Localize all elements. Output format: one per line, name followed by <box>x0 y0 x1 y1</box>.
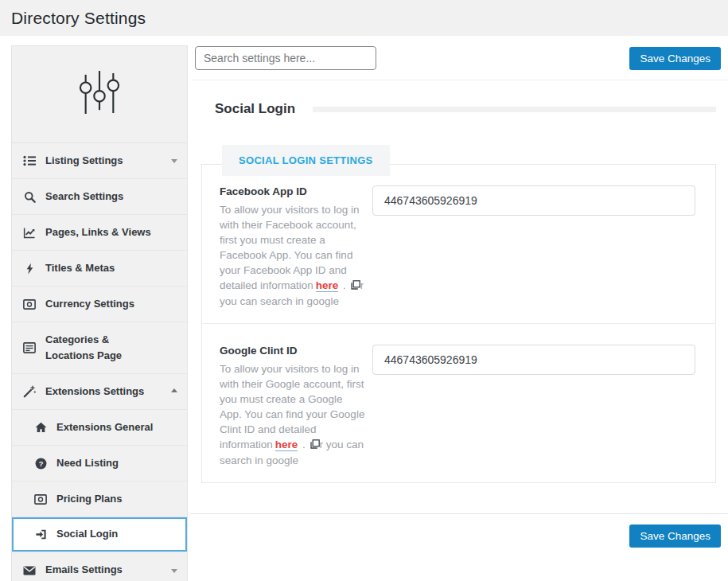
facebook-app-id-input[interactable] <box>372 185 695 216</box>
desc-text: To allow your visitors to log in with th… <box>220 204 360 291</box>
section-title: Social Login <box>215 101 295 117</box>
external-link-icon <box>310 438 320 453</box>
sidebar-item-label: Pages, Links & Views <box>45 224 151 240</box>
save-changes-button-top[interactable]: Save Changes <box>629 47 721 70</box>
external-link-icon <box>351 279 360 294</box>
plugin-logo <box>12 46 187 143</box>
chevron-up-icon <box>171 388 177 392</box>
money-icon <box>22 299 37 310</box>
here-link[interactable]: here <box>275 439 298 451</box>
sidebar-item-label: Search Settings <box>45 189 123 205</box>
desc-text: . <box>299 439 308 450</box>
sidebar-item-label: Listing Settings <box>45 153 123 169</box>
sidebar-item-pricing-plans[interactable]: Pricing Plans <box>12 482 187 517</box>
tab-social-login-settings[interactable]: SOCIAL LOGIN SETTINGS <box>222 145 390 176</box>
search-icon <box>22 191 37 203</box>
desc-text: To allow your visitors to log in with th… <box>220 363 364 450</box>
home-icon <box>33 422 48 433</box>
sidebar-item-listing-settings[interactable]: Listing Settings <box>12 143 187 179</box>
google-client-id-description: To allow your visitors to log in with th… <box>220 361 367 468</box>
sidebar-item-label: Titles & Metas <box>45 260 115 276</box>
google-client-id-row: Google Clint ID To allow your visitors t… <box>202 323 715 482</box>
sidebar-item-label: Currency Settings <box>45 296 134 312</box>
question-circle-icon: ? <box>33 458 48 470</box>
here-link[interactable]: here <box>316 279 339 292</box>
page-header: Directory Settings <box>0 0 728 36</box>
social-login-settings-panel: Facebook App ID To allow your visitors t… <box>201 164 716 483</box>
search-settings-input[interactable] <box>195 46 376 70</box>
sidebar-item-label: Emails Settings <box>45 562 123 578</box>
page-title: Directory Settings <box>11 9 146 28</box>
save-changes-button-bottom[interactable]: Save Changes <box>629 524 721 548</box>
sidebar-item-extensions-settings[interactable]: Extensions Settings <box>12 374 187 410</box>
envelope-icon <box>22 566 37 575</box>
facebook-app-id-row: Facebook App ID To allow your visitors t… <box>202 165 715 323</box>
sidebar-item-label: Extensions General <box>56 419 153 435</box>
field-label-col: Facebook App ID To allow your visitors t… <box>220 185 367 309</box>
sidebar-item-label: Categories & Locations Page <box>45 332 139 364</box>
sidebar-item-pages-links-views[interactable]: Pages, Links & Views <box>12 215 187 251</box>
heading-divider-bar <box>313 107 716 112</box>
list-icon <box>22 154 37 167</box>
google-client-id-input[interactable] <box>372 345 695 375</box>
field-input-col <box>372 185 695 309</box>
svg-text:?: ? <box>38 459 43 467</box>
sidebar-item-categories-locations[interactable]: Categories & Locations Page <box>12 322 187 374</box>
sidebar-item-emails-settings[interactable]: Emails Settings <box>12 552 187 581</box>
sidebar-item-currency-settings[interactable]: Currency Settings <box>12 287 187 322</box>
settings-content: Save Changes Social Login SOCIAL LOGIN S… <box>191 36 728 548</box>
chevron-down-icon <box>171 159 177 163</box>
bottom-save-bar: Save Changes <box>191 513 728 548</box>
newspaper-icon <box>22 342 37 353</box>
magic-wand-icon <box>22 385 37 398</box>
sign-in-icon <box>33 528 48 540</box>
chevron-down-icon <box>171 569 177 573</box>
money-icon <box>33 494 48 505</box>
social-login-panel-wrap: SOCIAL LOGIN SETTINGS Facebook App ID To… <box>201 164 716 483</box>
sidebar-item-label: Need Listing <box>56 455 119 471</box>
sliders-logo-icon <box>79 69 120 120</box>
google-client-id-label: Google Clint ID <box>220 345 367 357</box>
settings-toolbar: Save Changes <box>191 36 728 80</box>
facebook-app-id-description: To allow your visitors to log in with th… <box>220 202 367 309</box>
sidebar-item-extensions-general[interactable]: Extensions General <box>12 410 187 446</box>
field-label-col: Google Clint ID To allow your visitors t… <box>220 345 367 468</box>
desc-text: . <box>340 279 348 291</box>
sidebar-item-social-login[interactable]: Social Login <box>12 517 187 552</box>
sidebar-item-need-listing[interactable]: ? Need Listing <box>12 446 187 482</box>
field-input-col <box>372 345 695 468</box>
sidebar-item-titles-metas[interactable]: Titles & Metas <box>12 251 187 287</box>
section-heading-row: Social Login <box>215 101 716 117</box>
sidebar-item-label: Social Login <box>56 526 118 542</box>
line-chart-icon <box>22 227 37 239</box>
sidebar-item-label: Pricing Plans <box>56 491 122 507</box>
bolt-icon <box>22 263 37 275</box>
sidebar-item-label: Extensions Settings <box>45 384 144 400</box>
sidebar-item-search-settings[interactable]: Search Settings <box>12 179 187 215</box>
facebook-app-id-label: Facebook App ID <box>220 185 367 197</box>
settings-sidebar: Listing Settings Search Settings Pages, … <box>11 45 188 581</box>
